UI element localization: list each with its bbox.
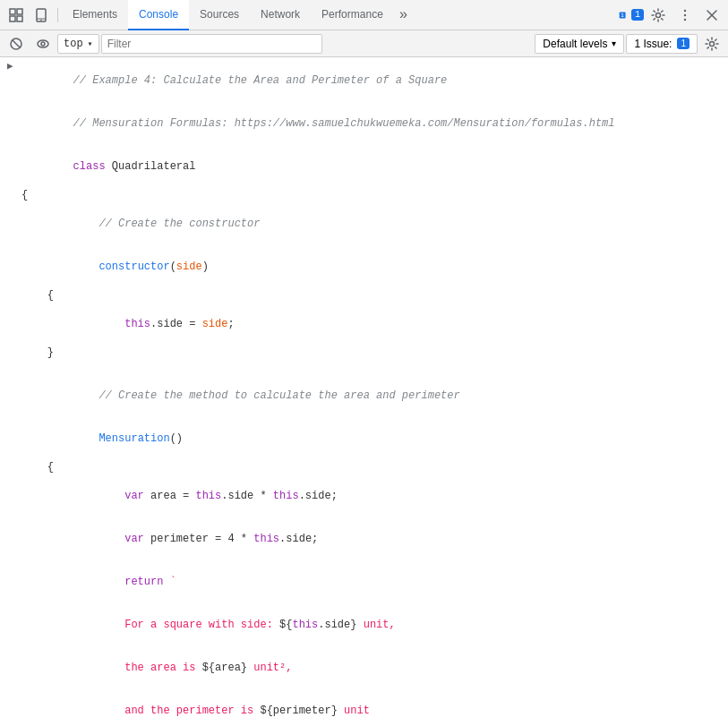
svg-point-12 [684, 18, 686, 20]
code-line-15: return ` [0, 560, 728, 603]
filter-input[interactable] [101, 34, 322, 54]
code-line-2: // Mensuration Formulas: https://www.sam… [0, 102, 728, 145]
default-levels-label: Default levels [543, 38, 607, 50]
context-label: top [64, 38, 83, 50]
tab-elements[interactable]: Elements [62, 0, 128, 30]
svg-rect-1 [17, 9, 22, 14]
svg-text:1: 1 [621, 13, 624, 18]
svg-point-10 [684, 9, 686, 11]
console-settings-icon[interactable] [699, 31, 724, 56]
more-options-icon[interactable] [672, 3, 698, 28]
top-toolbar: Elements Console Sources Network Perform… [0, 0, 728, 30]
code-line-9: } [0, 346, 728, 360]
svg-point-11 [684, 13, 686, 15]
code-line-blank1 [0, 360, 728, 374]
code-line-arrow: ▶ // Example 4: Calculate the Area and P… [0, 59, 728, 102]
svg-line-16 [13, 40, 20, 47]
code-line-5: // Create the constructor [0, 202, 728, 245]
code-line-10: // Create the method to calculate the ar… [0, 374, 728, 417]
expand-arrow[interactable]: ▶ [7, 59, 21, 73]
code-line-13: var area = this.side * this.side; [0, 474, 728, 517]
svg-point-18 [41, 42, 45, 46]
svg-rect-0 [10, 9, 15, 14]
svg-point-19 [710, 41, 715, 46]
code-line-14: var perimeter = 4 * this.side; [0, 517, 728, 560]
clear-console-icon[interactable] [4, 31, 29, 56]
code-line-16: For a square with side: ${this.side} uni… [0, 603, 728, 646]
code-line-11: Mensuration() [0, 417, 728, 460]
tab-performance[interactable]: Performance [311, 0, 394, 30]
code-line-18: and the perimeter is ${perimeter} unit [0, 689, 728, 726]
svg-point-17 [38, 40, 48, 47]
more-tabs-icon[interactable]: » [394, 0, 414, 30]
code-line-6: constructor(side) [0, 245, 728, 288]
issues-button[interactable]: 1 Issue: 1 [626, 34, 698, 54]
code-line-8: this.side = side; [0, 303, 728, 346]
code-line-17: the area is ${area} unit², [0, 646, 728, 689]
error-badge-icon[interactable]: 1 1 [619, 3, 644, 28]
svg-point-9 [656, 13, 661, 17]
tab-console[interactable]: Console [128, 0, 189, 30]
code-line-4: { [0, 188, 728, 202]
issues-label: 1 Issue: [634, 38, 672, 50]
issues-badge: 1 [677, 38, 689, 49]
eye-icon[interactable] [30, 31, 56, 56]
error-count-badge: 1 [631, 9, 644, 21]
code-line-3: class Quadrilateral [0, 145, 728, 188]
code-line-12: { [0, 460, 728, 474]
tab-network[interactable]: Network [250, 0, 311, 30]
chevron-down-icon: ▾ [88, 38, 93, 49]
tab-sources[interactable]: Sources [189, 0, 250, 30]
comment-1: // Example 4: Calculate the Area and Per… [73, 74, 448, 87]
code-input-block: ▶ // Example 4: Calculate the Area and P… [0, 57, 728, 726]
code-line-7: { [0, 288, 728, 303]
comment-2: // Mensuration Formulas: https://www.sam… [73, 117, 615, 130]
close-icon[interactable] [699, 3, 724, 28]
settings-icon[interactable] [646, 3, 671, 28]
inspect-icon[interactable] [4, 3, 29, 28]
console-output: ▶ // Example 4: Calculate the Area and P… [0, 57, 728, 726]
svg-rect-2 [10, 16, 15, 21]
default-levels-button[interactable]: Default levels ▾ [535, 34, 624, 54]
device-icon[interactable] [29, 3, 54, 28]
console-toolbar: top ▾ Default levels ▾ 1 Issue: 1 [0, 30, 728, 57]
chevron-down-icon: ▾ [612, 38, 616, 48]
svg-rect-3 [17, 16, 22, 21]
context-selector[interactable]: top ▾ [57, 34, 99, 54]
svg-point-6 [40, 19, 42, 21]
